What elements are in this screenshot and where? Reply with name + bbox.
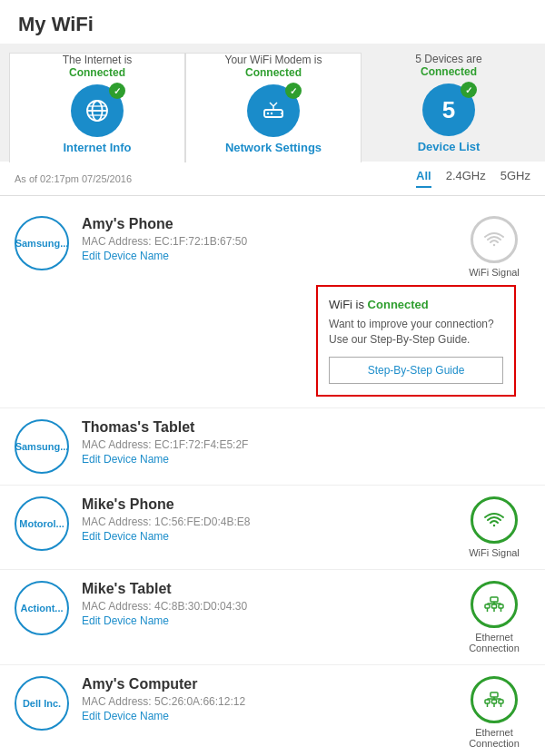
top-nav: The Internet is Connected ✓ Internet Inf…: [0, 44, 545, 162]
checkmark-icon-devices: ✓: [461, 82, 477, 98]
device-name-thomass-tablet: Thomas's Tablet: [82, 419, 530, 436]
avatar-amys-computer: Dell Inc.: [15, 676, 69, 731]
nav-circle-network: ✓: [247, 84, 300, 137]
nav-label-internet: Internet Info: [63, 141, 131, 154]
nav-status-devices: 5 Devices are Connected: [415, 53, 481, 78]
nav-circle-devices: ✓ 5: [422, 83, 475, 136]
svg-rect-15: [499, 604, 503, 608]
device-mac-amys-phone: MAC Address: EC:1F:72:1B:67:50: [82, 235, 307, 248]
nav-item-internet-info[interactable]: The Internet is Connected ✓ Internet Inf…: [9, 53, 185, 162]
ethernet-icon-green-2: [481, 687, 507, 712]
table-row: Samsung... Amy's Phone MAC Address: EC:1…: [0, 205, 545, 408]
tab-2ghz[interactable]: 2.4GHz: [446, 169, 486, 188]
device-mac-amys-computer: MAC Address: 5C:26:0A:66:12:12: [82, 695, 449, 708]
wifi-connected-text: Connected: [368, 298, 429, 311]
edit-device-name-mikes-phone[interactable]: Edit Device Name: [82, 530, 449, 543]
device-info-amys-computer: Amy's Computer MAC Address: 5C:26:0A:66:…: [82, 676, 449, 722]
svg-line-9: [270, 103, 273, 106]
avatar-mikes-tablet: Actiont...: [15, 581, 69, 635]
tab-all[interactable]: All: [416, 169, 431, 188]
device-name-mikes-tablet: Mike's Tablet: [82, 581, 449, 597]
ethernet-label-mikes-tablet: Ethernet Connection: [469, 632, 520, 653]
ethernet-icon-amys-computer: [471, 676, 518, 723]
device-info-mikes-tablet: Mike's Tablet MAC Address: 4C:8B:30:D0:0…: [82, 581, 449, 627]
svg-rect-24: [490, 692, 498, 697]
table-row: Motorol... Mike's Phone MAC Address: 1C:…: [0, 486, 545, 570]
device-info-mikes-phone: Mike's Phone MAC Address: 1C:56:FE:D0:4B…: [82, 496, 449, 543]
device-info-thomass-tablet: Thomas's Tablet MAC Address: EC:1F:72:F4…: [82, 419, 530, 466]
wifi-icon-green-mikes: [481, 507, 507, 533]
svg-rect-13: [485, 604, 490, 608]
nav-item-network-settings[interactable]: Your WiFi Modem is Connected ✓ Network S…: [185, 53, 362, 162]
nav-status-internet: The Internet is Connected: [63, 54, 133, 79]
edit-device-name-amys-computer[interactable]: Edit Device Name: [82, 710, 449, 722]
checkmark-icon: ✓: [109, 83, 125, 99]
device-mac-mikes-phone: MAC Address: 1C:56:FE:D0:4B:E8: [82, 515, 449, 528]
checkmark-icon-network: ✓: [285, 83, 302, 99]
svg-line-10: [273, 103, 277, 106]
avatar-mikes-phone: Motorol...: [15, 496, 69, 551]
filter-tabs: All 2.4GHz 5GHz: [416, 169, 530, 188]
wifi-signal-icon-green-mikes: [471, 496, 518, 544]
wifi-signal-amys-phone: WiFi Signal: [458, 216, 530, 278]
edit-device-name-thomass-tablet[interactable]: Edit Device Name: [82, 453, 530, 466]
ethernet-icon-mikes-tablet: [471, 581, 518, 628]
nav-circle-internet: ✓: [71, 84, 124, 137]
toolbar: As of 02:17pm 07/25/2016 All 2.4GHz 5GHz: [0, 162, 545, 196]
table-row: Samsung... Thomas's Tablet MAC Address: …: [0, 408, 545, 486]
tab-5ghz[interactable]: 5GHz: [500, 169, 530, 188]
ethernet-icon-green-1: [481, 592, 507, 617]
table-row: Actiont... Mike's Tablet MAC Address: 4C…: [0, 570, 545, 665]
ethernet-mikes-tablet: Ethernet Connection: [458, 581, 530, 653]
ethernet-label-amys-computer: Ethernet Connection: [469, 727, 520, 749]
edit-device-name-mikes-tablet[interactable]: Edit Device Name: [82, 614, 449, 627]
device-mac-mikes-tablet: MAC Address: 4C:8B:30:D0:04:30: [82, 600, 449, 613]
avatar-amys-phone: Samsung...: [15, 216, 69, 270]
svg-point-7: [271, 113, 272, 114]
ethernet-amys-computer: Ethernet Connection: [458, 676, 530, 749]
device-name-amys-phone: Amy's Phone: [82, 216, 307, 232]
nav-connected-internet: Connected: [69, 66, 125, 79]
table-row: Dell Inc. Amy's Computer MAC Address: 5C…: [0, 665, 545, 756]
router-icon: [260, 97, 287, 124]
nav-item-device-list[interactable]: 5 Devices are Connected ✓ 5 Device List: [362, 53, 536, 162]
wifi-status-text: WiFi is Connected: [329, 298, 503, 311]
device-info-amys-phone: Amy's Phone MAC Address: EC:1F:72:1B:67:…: [82, 216, 307, 262]
avatar-thomass-tablet: Samsung...: [15, 419, 69, 474]
wifi-signal-mikes-phone: WiFi Signal: [458, 496, 530, 558]
nav-status-network: Your WiFi Modem is Connected: [225, 54, 322, 79]
nav-label-devices: Device List: [418, 140, 481, 153]
device-list: Samsung... Amy's Phone MAC Address: EC:1…: [0, 196, 545, 756]
improve-text: Want to improve your connection? Use our…: [329, 317, 503, 348]
device-name-amys-computer: Amy's Computer: [82, 676, 449, 692]
wifi-signal-label-gray: WiFi Signal: [469, 267, 520, 278]
nav-connected-network: Connected: [245, 66, 302, 79]
svg-point-6: [267, 113, 269, 114]
svg-rect-25: [485, 700, 490, 703]
device-mac-thomass-tablet: MAC Address: EC:1F:72:F4:E5:2F: [82, 438, 530, 451]
nav-label-network: Network Settings: [225, 141, 322, 154]
wifi-signal-icon-gray: [471, 216, 518, 263]
svg-rect-26: [492, 700, 497, 703]
nav-connected-devices: Connected: [421, 65, 477, 78]
wifi-signal-label-green-mikes: WiFi Signal: [469, 547, 520, 558]
device-name-mikes-phone: Mike's Phone: [82, 496, 449, 513]
step-by-step-button[interactable]: Step-By-Step Guide: [329, 357, 503, 384]
page-title: My WiFi: [0, 0, 545, 44]
globe-icon: [84, 97, 111, 124]
svg-rect-27: [499, 700, 503, 703]
svg-rect-14: [492, 604, 497, 608]
svg-rect-12: [490, 597, 498, 602]
wifi-connected-box: WiFi is Connected Want to improve your c…: [316, 285, 516, 397]
edit-device-name-amys-phone[interactable]: Edit Device Name: [82, 250, 307, 262]
wifi-icon-gray: [481, 227, 507, 252]
timestamp: As of 02:17pm 07/25/2016: [15, 173, 398, 184]
